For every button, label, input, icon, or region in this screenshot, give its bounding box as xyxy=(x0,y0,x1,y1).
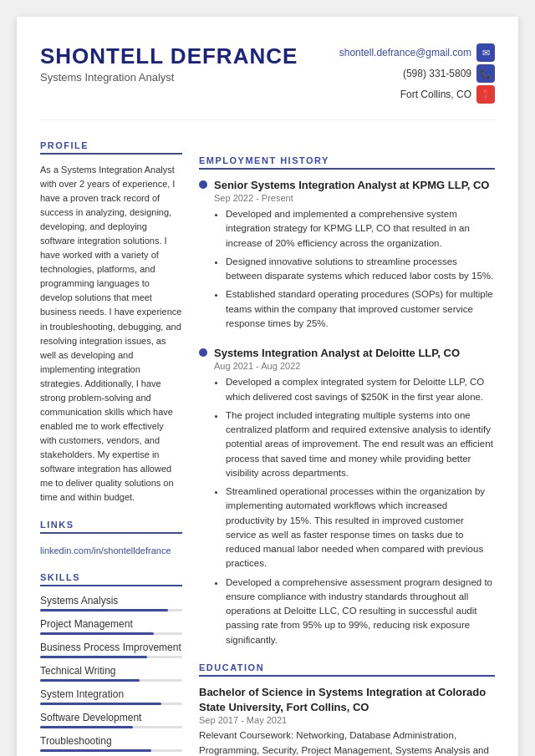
skill-bar-bg xyxy=(40,703,182,705)
skill-item: Technical Writing xyxy=(40,665,182,682)
skill-name: Troubleshooting xyxy=(40,735,182,747)
skill-item: System Integration xyxy=(40,688,182,705)
skill-bar-fill xyxy=(40,749,151,752)
skill-bar-bg xyxy=(40,679,182,682)
email-link[interactable]: shontell.defrance@gmail.com xyxy=(339,47,471,58)
skill-name: Technical Writing xyxy=(40,665,182,677)
job-bullets: Developed and implemented a comprehensiv… xyxy=(214,207,495,331)
skill-item: Troubleshooting xyxy=(40,735,182,752)
edu-dates: Sep 2017 - May 2021 xyxy=(199,715,495,725)
skill-bar-bg xyxy=(40,609,182,611)
job-item: Senior Systems Integration Analyst at KP… xyxy=(199,178,495,331)
skills-section-title: SKILLS xyxy=(40,572,182,586)
location-icon: 📍 xyxy=(476,85,495,104)
skill-bar-fill xyxy=(40,609,168,611)
skill-item: Business Process Improvement xyxy=(40,642,182,658)
job-bullets: Developed a complex integrated system fo… xyxy=(214,375,495,647)
job-bullet: Streamlined operational processes within… xyxy=(226,485,495,571)
job-title-row: Systems Integration Analyst at Deloitte … xyxy=(199,346,495,361)
job-title: Systems Integration Analyst at Deloitte … xyxy=(214,346,460,361)
left-column: PROFILE As a Systems Integration Analyst… xyxy=(40,140,182,756)
phone-row: (598) 331-5809 📞 xyxy=(339,64,495,83)
links-section-title: LINKS xyxy=(40,520,182,534)
job-bullet: Developed a complex integrated system fo… xyxy=(226,375,495,404)
resume-container: SHONTELL DEFRANCE Systems Integration An… xyxy=(17,17,518,756)
job-title: Senior Systems Integration Analyst at KP… xyxy=(214,178,489,193)
job-dates: Aug 2021 - Aug 2022 xyxy=(214,361,495,371)
job-bullet: Established standard operating procedure… xyxy=(226,287,495,331)
employment-section-title: EMPLOYMENT HISTORY xyxy=(199,155,495,170)
skill-bar-fill xyxy=(40,632,154,635)
job-bullet: The project included integrating multipl… xyxy=(226,408,495,480)
profile-text: As a Systems Integration Analyst with ov… xyxy=(40,163,182,505)
skills-list: Systems Analysis Project Management Busi… xyxy=(40,595,182,752)
skill-name: Software Development xyxy=(40,712,182,723)
job-title-row: Senior Systems Integration Analyst at KP… xyxy=(199,178,495,193)
job-dot xyxy=(199,348,207,357)
skill-name: Systems Analysis xyxy=(40,595,182,606)
email-row: shontell.defrance@gmail.com ✉ xyxy=(339,43,495,62)
candidate-title: Systems Integration Analyst xyxy=(40,71,298,84)
skill-bar-bg xyxy=(40,656,182,658)
location-text: Fort Collins, CO xyxy=(400,89,471,100)
skill-bar-bg xyxy=(40,632,182,635)
skill-bar-fill xyxy=(40,656,147,658)
job-bullet: Developed and implemented a comprehensiv… xyxy=(226,207,495,251)
job-bullet: Developed a comprehensive assessment pro… xyxy=(226,576,495,647)
resume-header: SHONTELL DEFRANCE Systems Integration An… xyxy=(40,43,495,120)
skill-bar-fill xyxy=(40,703,161,705)
right-column: EMPLOYMENT HISTORY Senior Systems Integr… xyxy=(199,140,495,756)
education-block: Bachelor of Science in Systems Integrati… xyxy=(199,685,495,756)
skill-bar-fill xyxy=(40,726,133,728)
job-item: Systems Integration Analyst at Deloitte … xyxy=(199,346,495,647)
candidate-name: SHONTELL DEFRANCE xyxy=(40,43,298,69)
phone-text: (598) 331-5809 xyxy=(403,68,471,79)
resume-body: PROFILE As a Systems Integration Analyst… xyxy=(40,140,495,756)
skill-item: Software Development xyxy=(40,712,182,728)
skill-bar-bg xyxy=(40,726,182,728)
skill-bar-bg xyxy=(40,749,182,752)
skill-name: Business Process Improvement xyxy=(40,642,182,653)
header-right: shontell.defrance@gmail.com ✉ (598) 331-… xyxy=(339,43,495,106)
edu-degree: Bachelor of Science in Systems Integrati… xyxy=(199,685,495,715)
skill-item: Project Management xyxy=(40,618,182,635)
skill-name: System Integration xyxy=(40,688,182,700)
edu-coursework: Relevant Coursework: Networking, Databas… xyxy=(199,728,495,756)
job-dates: Sep 2022 - Present xyxy=(214,193,495,203)
linkedin-link[interactable]: linkedin.com/in/shontelldefrance xyxy=(40,545,171,556)
location-row: Fort Collins, CO 📍 xyxy=(339,85,495,104)
profile-section-title: PROFILE xyxy=(40,140,182,155)
skill-bar-fill xyxy=(40,679,140,682)
education-section-title: EDUCATION xyxy=(199,662,495,677)
job-dot xyxy=(199,180,207,189)
header-left: SHONTELL DEFRANCE Systems Integration An… xyxy=(40,43,298,84)
skill-name: Project Management xyxy=(40,618,182,630)
employment-list: Senior Systems Integration Analyst at KP… xyxy=(199,178,495,647)
email-icon: ✉ xyxy=(476,43,495,62)
job-bullet: Designed innovative solutions to streaml… xyxy=(226,255,495,284)
skill-item: Systems Analysis xyxy=(40,595,182,611)
phone-icon: 📞 xyxy=(476,64,495,83)
